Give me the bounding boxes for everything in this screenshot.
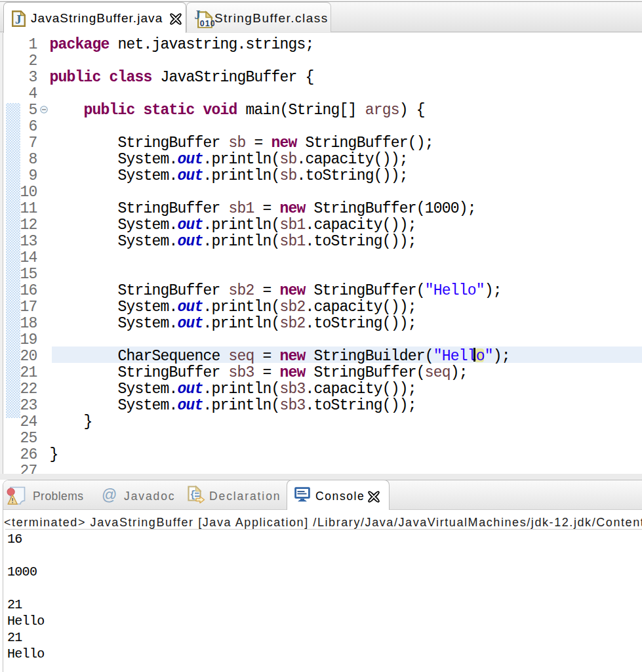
svg-text:{: { — [190, 490, 196, 501]
svg-text:J: J — [15, 12, 22, 26]
svg-text:010: 010 — [200, 19, 214, 28]
svg-text:J: J — [195, 9, 201, 22]
